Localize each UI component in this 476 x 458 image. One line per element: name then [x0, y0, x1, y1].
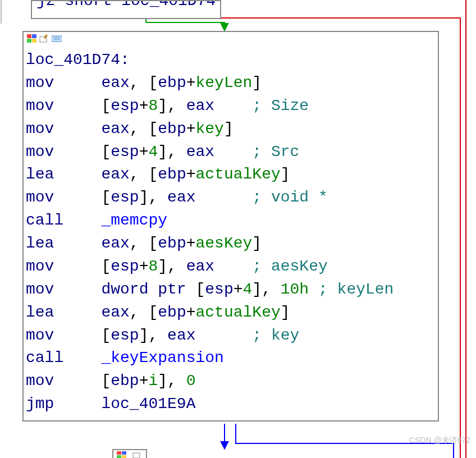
svg-rect-4 [32, 39, 36, 43]
block-main[interactable]: loc_401D74:mov eax, [ebp+keyLen]mov [esp… [22, 31, 439, 422]
edit-icon[interactable] [132, 451, 143, 458]
svg-rect-1 [27, 34, 31, 38]
asm-line[interactable]: jmp loc_401E9A [26, 393, 436, 416]
watermark: CSDN @未济672 [409, 436, 470, 446]
asm-line[interactable]: mov eax, [ebp+keyLen] [26, 72, 436, 95]
svg-rect-3 [27, 39, 31, 43]
asm-line[interactable]: mov [ebp+i], 0 [26, 370, 436, 393]
block-label: loc_401D74: [26, 51, 130, 68]
asm-line[interactable]: mov dword ptr [esp+4], 10h ; keyLen [26, 278, 436, 301]
asm-line[interactable]: mov [esp], eax ; void * [26, 186, 436, 209]
asm-line[interactable]: lea eax, [ebp+aesKey] [26, 232, 436, 255]
disasm-listing[interactable]: loc_401D74:mov eax, [ebp+keyLen]mov [esp… [24, 45, 438, 420]
color-icon[interactable] [117, 451, 127, 458]
block-toolbar [24, 32, 438, 45]
svg-rect-14 [133, 453, 140, 458]
mnemonic: jz [36, 0, 56, 10]
asm-line[interactable]: mov [esp+8], eax ; aesKey [26, 255, 436, 278]
svg-rect-2 [32, 34, 36, 38]
svg-rect-13 [122, 455, 126, 458]
block-bottom[interactable] [112, 449, 147, 458]
asm-line[interactable]: mov [esp+8], eax ; Size [26, 95, 436, 118]
svg-rect-10 [117, 451, 121, 455]
svg-rect-11 [122, 451, 126, 455]
asm-line[interactable]: mov [esp], eax ; key [26, 324, 436, 347]
block-top[interactable]: jz short loc_401D74 [31, 0, 221, 19]
asm-line[interactable]: call _memcpy [26, 209, 436, 232]
asm-line[interactable]: call _keyExpansion [26, 347, 436, 370]
color-icon[interactable] [27, 34, 37, 43]
edit-icon[interactable] [39, 34, 49, 43]
jump-target: short loc_401D74 [65, 0, 216, 10]
svg-rect-7 [52, 36, 62, 42]
group-icon[interactable] [52, 34, 62, 43]
asm-line[interactable]: lea eax, [ebp+actualKey] [26, 301, 436, 324]
svg-rect-12 [117, 455, 121, 458]
asm-line[interactable]: mov eax, [ebp+key] [26, 118, 436, 141]
asm-line[interactable]: lea eax, [ebp+actualKey] [26, 163, 436, 186]
asm-line[interactable]: mov [esp+4], eax ; Src [26, 141, 436, 164]
